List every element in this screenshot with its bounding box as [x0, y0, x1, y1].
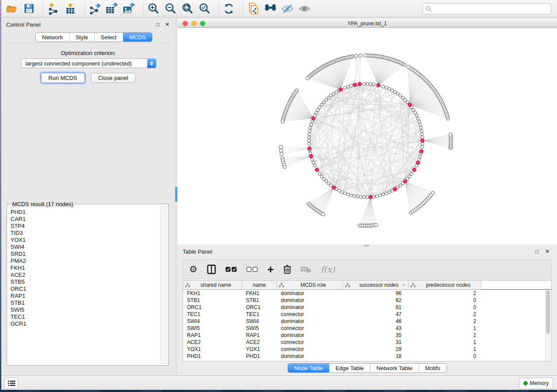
mcds-result-item[interactable]: PHD1 [10, 209, 159, 216]
create-column-icon[interactable]: + [267, 264, 274, 275]
table-row[interactable]: ACE2ACE2connector311 [183, 339, 551, 346]
column-header-MCDS-role[interactable]: MCDS role [277, 281, 343, 289]
table-row[interactable]: SWI4SWI4dominator462 [183, 318, 551, 325]
float-table-panel-icon[interactable]: □ [533, 248, 540, 255]
export-table-icon[interactable] [105, 2, 118, 15]
table-row[interactable]: STB1STB1dominator620 [183, 297, 551, 304]
cell-shared_name: RAP1 [183, 332, 242, 339]
open-session-icon[interactable] [5, 2, 18, 15]
show-columns-icon[interactable] [207, 264, 216, 275]
tab-network[interactable]: Network [36, 33, 69, 41]
mcds-result-item[interactable]: CAR1 [10, 216, 159, 223]
hide-selected-icon[interactable] [281, 2, 294, 15]
table-row[interactable]: SWI5SWI5connector431 [183, 325, 551, 332]
mcds-result-item[interactable]: FKH1 [10, 265, 159, 272]
mcds-result-item[interactable]: SWI4 [10, 244, 159, 251]
table-row[interactable]: PHD1PHD1dominator180 [183, 353, 551, 360]
tab-style[interactable]: Style [69, 33, 95, 41]
close-panel-button[interactable]: Close panel [91, 73, 136, 83]
zoom-out-icon[interactable] [164, 2, 177, 15]
zoom-fit-icon[interactable] [181, 2, 194, 15]
first-neighbors-icon[interactable] [264, 2, 277, 15]
table-settings-icon[interactable]: ⚙ [189, 264, 197, 275]
column-label: MCDS role [284, 282, 343, 288]
cell-successor_nodes: 29 [343, 346, 408, 353]
network-canvas[interactable] [177, 28, 557, 244]
mcds-result-item[interactable]: ORC1 [10, 285, 159, 292]
table-row[interactable]: YOX1YOX1connector291 [183, 346, 551, 353]
new-network-from-selection-icon[interactable] [247, 2, 260, 15]
mcds-list-scrollbar[interactable] [160, 206, 167, 364]
mcds-result-item[interactable]: TID3 [10, 230, 159, 237]
float-panel-icon[interactable]: □ [154, 21, 161, 28]
show-all-icon[interactable] [298, 2, 311, 15]
column-header-predecessor-nodes[interactable]: predecessor nodes [408, 281, 481, 289]
deselect-all-icon[interactable] [246, 264, 258, 275]
mcds-result-item[interactable]: PMA2 [10, 258, 159, 265]
select-all-icon[interactable] [225, 264, 237, 275]
delete-table-icon[interactable] [301, 264, 311, 275]
table-scrollbar[interactable] [545, 290, 551, 361]
table-row[interactable]: TEC1TEC1connector472 [183, 311, 551, 318]
table-row[interactable]: RAP1RAP1dominator352 [183, 332, 551, 339]
sort-desc-icon[interactable]: ⌄ [402, 281, 406, 287]
cell-name: RAP1 [242, 332, 277, 339]
mcds-result-item[interactable]: RAP1 [10, 292, 159, 299]
memory-button[interactable]: Memory [519, 378, 553, 389]
delete-column-icon[interactable] [284, 264, 291, 275]
tab-mcds[interactable]: MCDS [123, 33, 152, 41]
column-header-shared-name[interactable]: shared name [183, 281, 242, 289]
mcds-result-item[interactable]: SWI5 [10, 306, 159, 313]
desktop-edge-left [0, 0, 1, 392]
table-row[interactable]: FKH1FKH1dominator962 [183, 290, 551, 297]
cell-successor_nodes: 18 [343, 353, 408, 360]
import-network-icon[interactable] [47, 2, 60, 15]
close-panel-icon[interactable]: ✕ [164, 21, 171, 28]
cell-predecessor_nodes: 1 [408, 325, 481, 332]
refresh-layout-icon[interactable] [222, 2, 235, 15]
splitter-thumb[interactable] [364, 244, 369, 247]
table-toolbar: ⚙ + f(x) [183, 259, 552, 279]
mcds-result-item[interactable]: YOX1 [10, 237, 159, 244]
export-image-icon[interactable] [122, 2, 135, 15]
run-mcds-button[interactable]: Run MCDS [41, 73, 85, 83]
status-bar: Memory [0, 375, 557, 390]
cell-successor_nodes: 47 [343, 311, 408, 318]
table-row[interactable]: ORC1ORC1dominator610 [183, 304, 551, 311]
close-table-panel-icon[interactable]: ✕ [544, 248, 551, 255]
mcds-result-item[interactable]: TEC1 [10, 313, 159, 320]
select-stepper-icon[interactable] [147, 58, 156, 68]
cell-mcds_role: connector [277, 339, 343, 346]
search-input[interactable] [432, 4, 551, 13]
mcds-result-item[interactable]: STP4 [10, 223, 159, 230]
main-toolbar [0, 0, 557, 17]
network-view-titlebar[interactable]: YPA_prune.txt_1 [177, 19, 557, 28]
tab-select[interactable]: Select [95, 33, 123, 41]
cell-mcds_role: dominator [277, 290, 343, 297]
mcds-result-title: MCDS result (17 nodes) [10, 201, 75, 207]
zoom-in-icon[interactable] [147, 2, 160, 15]
tab-node-table[interactable]: Node Table [288, 364, 329, 372]
mcds-result-item[interactable]: ACE2 [10, 272, 159, 279]
function-builder-icon[interactable]: f(x) [321, 264, 335, 275]
import-table-icon[interactable] [64, 2, 77, 15]
cell-successor_nodes: 62 [343, 297, 408, 304]
column-header-successor-nodes[interactable]: successor nodes⌄ [343, 281, 408, 289]
toolbar-separator [143, 3, 143, 14]
tab-network-table[interactable]: Network Table [370, 364, 419, 372]
optimization-criterion-select[interactable]: largest connected component (undirected) [21, 58, 156, 68]
zoom-selected-icon[interactable] [198, 2, 211, 15]
mcds-result-item[interactable]: STB5 [10, 279, 159, 285]
table-scrollbar-thumb[interactable] [546, 290, 550, 334]
task-history-button[interactable] [4, 378, 18, 389]
column-header-name[interactable]: name [242, 281, 277, 289]
mcds-result-item[interactable]: SRD1 [10, 251, 159, 258]
save-session-icon[interactable] [22, 2, 35, 15]
mcds-result-item[interactable]: GCR1 [10, 320, 159, 327]
mcds-result-item[interactable]: STB1 [10, 299, 159, 306]
tab-edge-table[interactable]: Edge Table [329, 364, 370, 372]
cell-mcds_role: dominator [277, 318, 343, 325]
cell-predecessor_nodes: 2 [408, 318, 481, 325]
tab-motifs[interactable]: Motifs [419, 364, 446, 372]
export-network-icon[interactable] [88, 2, 101, 15]
